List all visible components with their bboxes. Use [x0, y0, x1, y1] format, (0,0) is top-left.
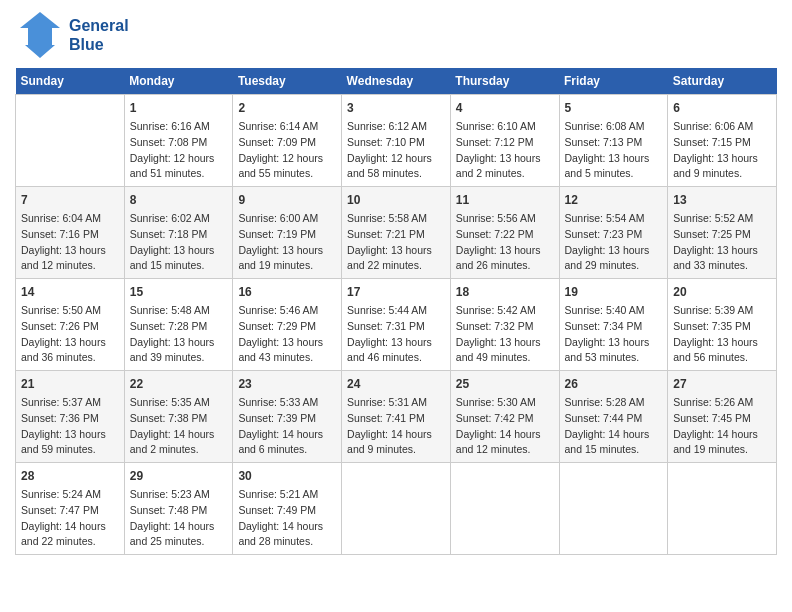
day-info: Sunrise: 5:56 AMSunset: 7:22 PMDaylight:…: [456, 211, 554, 274]
day-info: Sunrise: 5:48 AMSunset: 7:28 PMDaylight:…: [130, 303, 228, 366]
day-number: 15: [130, 283, 228, 301]
day-number: 4: [456, 99, 554, 117]
day-info: Sunrise: 6:02 AMSunset: 7:18 PMDaylight:…: [130, 211, 228, 274]
day-number: 5: [565, 99, 663, 117]
calendar-cell: 19Sunrise: 5:40 AMSunset: 7:34 PMDayligh…: [559, 279, 668, 371]
day-info: Sunrise: 6:00 AMSunset: 7:19 PMDaylight:…: [238, 211, 336, 274]
calendar-body: 1Sunrise: 6:16 AMSunset: 7:08 PMDaylight…: [16, 95, 777, 555]
day-number: 6: [673, 99, 771, 117]
calendar-week-4: 21Sunrise: 5:37 AMSunset: 7:36 PMDayligh…: [16, 371, 777, 463]
calendar-cell: 1Sunrise: 6:16 AMSunset: 7:08 PMDaylight…: [124, 95, 233, 187]
svg-marker-0: [20, 12, 60, 58]
calendar-cell: [668, 463, 777, 555]
day-info: Sunrise: 5:28 AMSunset: 7:44 PMDaylight:…: [565, 395, 663, 458]
day-info: Sunrise: 5:37 AMSunset: 7:36 PMDaylight:…: [21, 395, 119, 458]
calendar-cell: 9Sunrise: 6:00 AMSunset: 7:19 PMDaylight…: [233, 187, 342, 279]
day-number: 12: [565, 191, 663, 209]
calendar-cell: 21Sunrise: 5:37 AMSunset: 7:36 PMDayligh…: [16, 371, 125, 463]
calendar-cell: 22Sunrise: 5:35 AMSunset: 7:38 PMDayligh…: [124, 371, 233, 463]
day-info: Sunrise: 5:23 AMSunset: 7:48 PMDaylight:…: [130, 487, 228, 550]
calendar-cell: [450, 463, 559, 555]
day-number: 13: [673, 191, 771, 209]
calendar-cell: 6Sunrise: 6:06 AMSunset: 7:15 PMDaylight…: [668, 95, 777, 187]
calendar-cell: 20Sunrise: 5:39 AMSunset: 7:35 PMDayligh…: [668, 279, 777, 371]
day-number: 28: [21, 467, 119, 485]
day-info: Sunrise: 5:30 AMSunset: 7:42 PMDaylight:…: [456, 395, 554, 458]
day-number: 22: [130, 375, 228, 393]
day-number: 19: [565, 283, 663, 301]
calendar-cell: 18Sunrise: 5:42 AMSunset: 7:32 PMDayligh…: [450, 279, 559, 371]
logo: GeneralBlue: [15, 10, 129, 60]
calendar-cell: 7Sunrise: 6:04 AMSunset: 7:16 PMDaylight…: [16, 187, 125, 279]
day-number: 23: [238, 375, 336, 393]
calendar-cell: 26Sunrise: 5:28 AMSunset: 7:44 PMDayligh…: [559, 371, 668, 463]
page-header: GeneralBlue: [15, 10, 777, 60]
day-number: 29: [130, 467, 228, 485]
day-number: 21: [21, 375, 119, 393]
day-info: Sunrise: 5:26 AMSunset: 7:45 PMDaylight:…: [673, 395, 771, 458]
day-info: Sunrise: 6:12 AMSunset: 7:10 PMDaylight:…: [347, 119, 445, 182]
day-info: Sunrise: 5:31 AMSunset: 7:41 PMDaylight:…: [347, 395, 445, 458]
header-day-monday: Monday: [124, 68, 233, 95]
day-number: 20: [673, 283, 771, 301]
calendar-week-1: 1Sunrise: 6:16 AMSunset: 7:08 PMDaylight…: [16, 95, 777, 187]
header-row: SundayMondayTuesdayWednesdayThursdayFrid…: [16, 68, 777, 95]
day-number: 18: [456, 283, 554, 301]
day-number: 10: [347, 191, 445, 209]
day-info: Sunrise: 5:35 AMSunset: 7:38 PMDaylight:…: [130, 395, 228, 458]
calendar-cell: 5Sunrise: 6:08 AMSunset: 7:13 PMDaylight…: [559, 95, 668, 187]
calendar-week-2: 7Sunrise: 6:04 AMSunset: 7:16 PMDaylight…: [16, 187, 777, 279]
calendar-cell: 15Sunrise: 5:48 AMSunset: 7:28 PMDayligh…: [124, 279, 233, 371]
calendar-cell: 3Sunrise: 6:12 AMSunset: 7:10 PMDaylight…: [342, 95, 451, 187]
calendar-cell: 14Sunrise: 5:50 AMSunset: 7:26 PMDayligh…: [16, 279, 125, 371]
calendar-cell: [16, 95, 125, 187]
logo-svg: [15, 10, 65, 60]
calendar-cell: 4Sunrise: 6:10 AMSunset: 7:12 PMDaylight…: [450, 95, 559, 187]
day-number: 30: [238, 467, 336, 485]
logo-line1: General: [69, 16, 129, 35]
day-info: Sunrise: 6:04 AMSunset: 7:16 PMDaylight:…: [21, 211, 119, 274]
day-info: Sunrise: 6:06 AMSunset: 7:15 PMDaylight:…: [673, 119, 771, 182]
calendar-cell: 12Sunrise: 5:54 AMSunset: 7:23 PMDayligh…: [559, 187, 668, 279]
calendar-header: SundayMondayTuesdayWednesdayThursdayFrid…: [16, 68, 777, 95]
day-info: Sunrise: 5:33 AMSunset: 7:39 PMDaylight:…: [238, 395, 336, 458]
calendar-cell: 11Sunrise: 5:56 AMSunset: 7:22 PMDayligh…: [450, 187, 559, 279]
calendar-cell: 25Sunrise: 5:30 AMSunset: 7:42 PMDayligh…: [450, 371, 559, 463]
calendar-cell: 23Sunrise: 5:33 AMSunset: 7:39 PMDayligh…: [233, 371, 342, 463]
day-number: 16: [238, 283, 336, 301]
day-number: 2: [238, 99, 336, 117]
calendar-cell: 8Sunrise: 6:02 AMSunset: 7:18 PMDaylight…: [124, 187, 233, 279]
day-number: 9: [238, 191, 336, 209]
calendar-cell: 10Sunrise: 5:58 AMSunset: 7:21 PMDayligh…: [342, 187, 451, 279]
day-number: 24: [347, 375, 445, 393]
header-day-saturday: Saturday: [668, 68, 777, 95]
day-info: Sunrise: 6:16 AMSunset: 7:08 PMDaylight:…: [130, 119, 228, 182]
calendar-cell: 29Sunrise: 5:23 AMSunset: 7:48 PMDayligh…: [124, 463, 233, 555]
day-number: 26: [565, 375, 663, 393]
day-info: Sunrise: 6:14 AMSunset: 7:09 PMDaylight:…: [238, 119, 336, 182]
header-day-friday: Friday: [559, 68, 668, 95]
calendar-table: SundayMondayTuesdayWednesdayThursdayFrid…: [15, 68, 777, 555]
day-info: Sunrise: 5:40 AMSunset: 7:34 PMDaylight:…: [565, 303, 663, 366]
header-day-thursday: Thursday: [450, 68, 559, 95]
day-number: 7: [21, 191, 119, 209]
logo-text-block: GeneralBlue: [69, 16, 129, 54]
calendar-cell: 28Sunrise: 5:24 AMSunset: 7:47 PMDayligh…: [16, 463, 125, 555]
calendar-cell: 24Sunrise: 5:31 AMSunset: 7:41 PMDayligh…: [342, 371, 451, 463]
calendar-cell: [559, 463, 668, 555]
calendar-week-5: 28Sunrise: 5:24 AMSunset: 7:47 PMDayligh…: [16, 463, 777, 555]
day-number: 11: [456, 191, 554, 209]
day-number: 25: [456, 375, 554, 393]
day-info: Sunrise: 6:10 AMSunset: 7:12 PMDaylight:…: [456, 119, 554, 182]
day-info: Sunrise: 6:08 AMSunset: 7:13 PMDaylight:…: [565, 119, 663, 182]
calendar-cell: 2Sunrise: 6:14 AMSunset: 7:09 PMDaylight…: [233, 95, 342, 187]
day-number: 1: [130, 99, 228, 117]
day-info: Sunrise: 5:54 AMSunset: 7:23 PMDaylight:…: [565, 211, 663, 274]
header-day-tuesday: Tuesday: [233, 68, 342, 95]
calendar-cell: 16Sunrise: 5:46 AMSunset: 7:29 PMDayligh…: [233, 279, 342, 371]
day-number: 17: [347, 283, 445, 301]
calendar-cell: 27Sunrise: 5:26 AMSunset: 7:45 PMDayligh…: [668, 371, 777, 463]
logo-line2: Blue: [69, 35, 129, 54]
day-number: 3: [347, 99, 445, 117]
calendar-week-3: 14Sunrise: 5:50 AMSunset: 7:26 PMDayligh…: [16, 279, 777, 371]
